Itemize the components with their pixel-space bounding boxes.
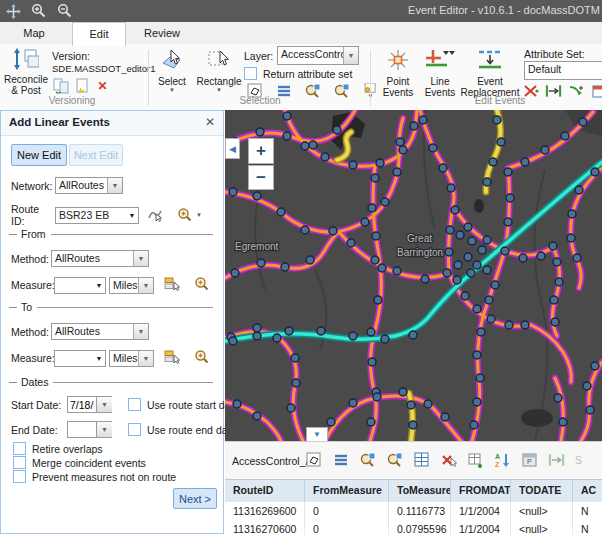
end-date-input[interactable] xyxy=(67,421,97,438)
layer-dropdown-arrow-icon[interactable]: ▼ xyxy=(343,47,358,64)
return-attr-checkbox[interactable] xyxy=(244,67,257,80)
from-measure-pick-icon[interactable] xyxy=(164,276,180,294)
to-method-dropdown[interactable]: AllRoutes ▼ xyxy=(51,323,149,340)
from-method-label: Method: xyxy=(11,253,51,265)
network-dropdown-arrow-icon[interactable]: ▼ xyxy=(107,178,122,193)
select-label: Select xyxy=(158,76,186,87)
from-method-arrow-icon[interactable]: ▼ xyxy=(133,251,148,266)
from-zoom-icon[interactable] xyxy=(194,276,210,294)
svg-text:Z: Z xyxy=(495,461,500,468)
column-header[interactable]: FromMeasure xyxy=(305,480,389,502)
tab-review[interactable]: Review xyxy=(134,22,190,44)
table-zoom-to-selection-icon[interactable] xyxy=(359,451,376,468)
end-date-arrow-icon[interactable]: ▼ xyxy=(97,422,112,437)
route-zoom-caret-icon[interactable]: ▼ xyxy=(196,212,202,218)
next-button[interactable]: Next > xyxy=(173,488,217,509)
to-zoom-icon[interactable] xyxy=(194,349,210,367)
from-measure-arrow-icon[interactable]: ▼ xyxy=(93,278,105,293)
table-move-measure-icon[interactable] xyxy=(548,451,565,468)
delete-version-icon[interactable]: ✕ xyxy=(94,78,111,94)
to-measure-arrow-icon[interactable]: ▼ xyxy=(93,351,105,366)
start-date-input[interactable] xyxy=(67,396,97,413)
collapse-panel-tab[interactable]: ◀ xyxy=(225,138,240,159)
table-pan-to-selection-icon[interactable] xyxy=(386,451,403,468)
prevent-measures-checkbox[interactable] xyxy=(13,470,26,483)
table-select-features-icon[interactable] xyxy=(305,451,322,468)
column-header[interactable]: RouteID xyxy=(225,480,305,502)
to-method-arrow-icon[interactable]: ▼ xyxy=(133,324,148,339)
table-grid-icon[interactable] xyxy=(413,451,430,468)
event-attributes-window-icon[interactable] xyxy=(591,83,602,99)
tab-map[interactable]: Map xyxy=(8,22,60,44)
route-zoom-icon[interactable]: ▼ xyxy=(177,207,202,223)
to-measure-combo[interactable]: ▼ xyxy=(54,350,106,367)
cell: N xyxy=(573,502,602,520)
map-canvas[interactable]: Egremont Great Barrington xyxy=(225,110,602,441)
merge-events-icon[interactable] xyxy=(568,83,585,99)
table-sort-icon[interactable]: AZ xyxy=(494,451,511,468)
table-report-icon[interactable]: P xyxy=(521,451,538,468)
table-row[interactable]: 11316269600 0 0.1116773 1/1/2004 <null> … xyxy=(225,502,602,521)
select-button[interactable]: Select ▼ xyxy=(152,48,192,93)
next-edit-button[interactable]: Next Edit xyxy=(69,144,123,166)
from-unit-dropdown[interactable]: Miles ▼ xyxy=(109,277,154,294)
rectangle-button[interactable]: Rectangle ▼ xyxy=(196,48,242,93)
column-header[interactable]: FROMDATE xyxy=(451,480,511,502)
layer-dropdown[interactable]: AccessControl_A ▼ xyxy=(277,46,359,65)
route-id-dropdown-arrow-icon[interactable]: ▼ xyxy=(126,208,138,223)
panel-title: Add Linear Events xyxy=(9,116,110,128)
line-events-button[interactable]: Line Events xyxy=(420,48,460,98)
pan-to-selection-icon[interactable] xyxy=(333,83,350,99)
end-date-picker[interactable]: ▼ xyxy=(97,421,112,438)
line-events-icon xyxy=(425,48,455,74)
use-route-start-checkbox[interactable] xyxy=(128,398,141,411)
column-header[interactable]: TODATE xyxy=(511,480,573,502)
new-edit-button[interactable]: New Edit xyxy=(11,144,67,166)
from-method-dropdown[interactable]: AllRoutes ▼ xyxy=(51,250,149,267)
cell: 0.1116773 xyxy=(389,502,451,520)
new-version-icon[interactable] xyxy=(73,78,90,94)
zoom-to-selection-icon[interactable] xyxy=(304,83,321,99)
collapse-table-tab[interactable]: ▼ xyxy=(306,427,328,441)
reconcile-post-button[interactable]: Reconcile & Post xyxy=(2,48,50,96)
table-save-button[interactable]: S xyxy=(575,454,582,466)
table-row[interactable]: 11316270600 0 0.0795596 1/1/2004 <null> … xyxy=(225,520,602,535)
zoom-out-icon[interactable] xyxy=(56,2,74,20)
event-replacement-button[interactable]: Event Replacement xyxy=(458,48,522,98)
plus-icon: + xyxy=(256,141,266,161)
start-date-picker[interactable]: ▼ xyxy=(97,396,112,413)
table-clear-selection-icon[interactable] xyxy=(440,451,457,468)
ribbon: Reconcile & Post Version: SDE.MASSDOT_ed… xyxy=(0,44,602,111)
route-id-combo[interactable]: BSR23 EB ▼ xyxy=(55,207,139,224)
from-unit-arrow-icon[interactable]: ▼ xyxy=(138,278,153,293)
close-icon[interactable]: ✕ xyxy=(205,115,215,129)
point-events-icon xyxy=(385,48,411,74)
panel-header: Add Linear Events ✕ xyxy=(1,111,223,136)
column-header[interactable]: ToMeasure xyxy=(389,480,451,502)
pan-icon[interactable] xyxy=(4,2,22,20)
start-date-arrow-icon[interactable]: ▼ xyxy=(97,397,112,412)
use-route-end-checkbox[interactable] xyxy=(128,423,141,436)
attribute-set-dropdown[interactable]: Default xyxy=(524,61,602,80)
to-unit-arrow-icon[interactable]: ▼ xyxy=(138,351,153,366)
to-measure-pick-icon[interactable] xyxy=(164,349,180,367)
table-list-icon[interactable] xyxy=(332,451,349,468)
ribbon-tabbar: Map Edit Review xyxy=(0,22,602,45)
svg-text:A: A xyxy=(495,453,500,460)
network-dropdown[interactable]: AllRoutes ▼ xyxy=(55,177,123,194)
table-add-row-icon[interactable] xyxy=(467,451,484,468)
zoom-in-icon[interactable] xyxy=(30,2,48,20)
refresh-version-icon[interactable] xyxy=(52,78,69,94)
retire-overlaps-checkbox[interactable] xyxy=(13,442,26,455)
tab-edit[interactable]: Edit xyxy=(72,22,126,46)
from-measure-combo[interactable]: ▼ xyxy=(54,277,106,294)
map-zoom-out-button[interactable]: − xyxy=(248,165,274,190)
point-events-button[interactable]: Point Events xyxy=(378,48,418,98)
merge-coincident-checkbox[interactable] xyxy=(13,456,26,469)
merge-coincident-label: Merge coincident events xyxy=(32,457,146,469)
cell: 0 xyxy=(305,520,389,535)
column-header[interactable]: AC xyxy=(573,480,602,502)
to-unit-dropdown[interactable]: Miles ▼ xyxy=(109,350,154,367)
pick-route-icon[interactable] xyxy=(147,206,163,224)
map-zoom-in-button[interactable]: + xyxy=(248,138,274,164)
